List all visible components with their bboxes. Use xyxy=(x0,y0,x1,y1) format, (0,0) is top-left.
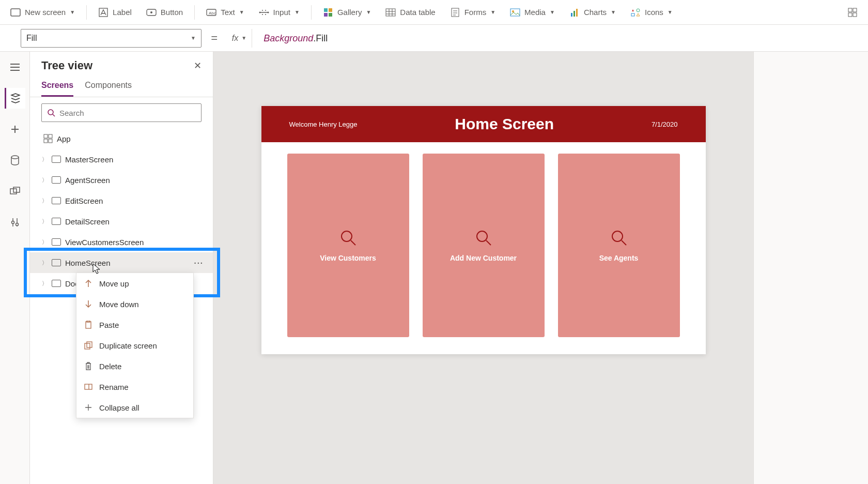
data-rail-button[interactable] xyxy=(5,150,25,171)
hamburger-button[interactable] xyxy=(5,57,25,78)
svg-point-3 xyxy=(150,11,152,13)
grid-icon xyxy=(847,7,858,18)
icons-button[interactable]: Icons ▼ xyxy=(624,4,679,21)
menu-rename[interactable]: Rename xyxy=(76,376,193,397)
svg-rect-18 xyxy=(576,9,578,17)
rename-icon xyxy=(84,382,93,391)
trash-icon xyxy=(84,361,93,371)
tree-item-editscreen[interactable]: 〉EditScreen xyxy=(30,190,213,211)
card-see-agents[interactable]: See Agents xyxy=(558,154,680,337)
tree-view-title: Tree view xyxy=(41,59,92,72)
grid-button[interactable] xyxy=(841,4,864,21)
datatable-button[interactable]: Data table xyxy=(379,4,441,21)
tree-item-agentscreen[interactable]: 〉AgentScreen xyxy=(30,170,213,190)
menu-collapse-all[interactable]: Collapse all xyxy=(76,397,193,418)
menu-label: Collapse all xyxy=(99,403,140,412)
svg-rect-31 xyxy=(44,134,48,138)
tree-item-label: DetailScreen xyxy=(65,217,110,226)
card-add-customer[interactable]: Add New Customer xyxy=(423,154,545,337)
charts-icon xyxy=(569,7,580,18)
menu-delete[interactable]: Delete xyxy=(76,356,193,376)
media-rail-button[interactable] xyxy=(5,181,25,202)
app-preview[interactable]: Welcome Henry Legge Home Screen 7/1/2020… xyxy=(261,106,706,354)
button-button[interactable]: Button xyxy=(140,4,189,21)
chevron-right-icon: 〉 xyxy=(41,238,48,246)
tree-item-app[interactable]: App xyxy=(30,128,213,149)
new-screen-button[interactable]: New screen ▼ xyxy=(4,4,81,21)
svg-point-36 xyxy=(477,231,487,241)
chevron-down-icon: ▼ xyxy=(668,9,673,15)
more-options-button[interactable]: ··· xyxy=(194,259,204,267)
svg-point-7 xyxy=(267,11,269,13)
tree-item-label: ViewCustomersScreen xyxy=(65,238,144,247)
equals-sign: = xyxy=(208,32,221,45)
text-button[interactable]: Abc Text ▼ xyxy=(200,4,250,21)
card-view-customers[interactable]: View Customers xyxy=(287,154,409,337)
menu-label: Paste xyxy=(99,321,119,329)
tree-item-label: AgentScreen xyxy=(65,176,110,185)
tree-item-masterscreen[interactable]: 〉MasterScreen xyxy=(30,149,213,170)
canvas: Welcome Henry Legge Home Screen 7/1/2020… xyxy=(213,52,753,484)
card-row: View Customers Add New Customer See Agen… xyxy=(261,142,706,349)
svg-point-25 xyxy=(11,156,19,159)
svg-rect-8 xyxy=(324,8,328,12)
tree-view-rail-button[interactable] xyxy=(5,88,25,109)
property-selector[interactable]: Fill ▼ xyxy=(21,29,202,48)
search-icon xyxy=(610,229,628,247)
label-button[interactable]: Label xyxy=(92,4,138,21)
media-button[interactable]: Media ▼ xyxy=(504,4,561,21)
toolbar-label: Label xyxy=(113,8,132,17)
menu-duplicate[interactable]: Duplicate screen xyxy=(76,335,193,356)
input-button[interactable]: Input ▼ xyxy=(253,4,306,21)
formula-property: .Fill xyxy=(313,33,328,43)
welcome-text: Welcome Henry Legge xyxy=(289,120,358,128)
toolbar-label: Input xyxy=(273,8,290,17)
right-edge-panel xyxy=(753,52,868,484)
tab-components[interactable]: Components xyxy=(85,77,132,97)
toolbar-label: Icons xyxy=(645,8,663,17)
close-icon[interactable]: ✕ xyxy=(194,60,202,71)
menu-move-down[interactable]: Move down xyxy=(76,294,193,314)
menu-label: Duplicate screen xyxy=(99,341,157,350)
menu-move-up[interactable]: Move up xyxy=(76,273,193,294)
tree-item-viewcustomersscreen[interactable]: 〉ViewCustomersScreen xyxy=(30,232,213,252)
menu-paste[interactable]: Paste xyxy=(76,314,193,335)
charts-button[interactable]: Charts ▼ xyxy=(563,4,622,21)
tree-item-homescreen[interactable]: 〉HomeScreen··· xyxy=(30,252,213,273)
label-icon xyxy=(98,7,109,18)
toolbar-label: Forms xyxy=(464,8,487,17)
svg-rect-40 xyxy=(85,343,90,349)
tab-screens[interactable]: Screens xyxy=(41,77,73,97)
gallery-button[interactable]: Gallery ▼ xyxy=(317,4,377,21)
svg-rect-16 xyxy=(571,13,572,17)
svg-rect-42 xyxy=(85,384,92,389)
chevron-down-icon: ▼ xyxy=(295,9,300,15)
tools-rail-button[interactable] xyxy=(5,212,25,233)
menu-label: Delete xyxy=(99,362,121,371)
chevron-down-icon: ▼ xyxy=(70,9,75,15)
insert-rail-button[interactable] xyxy=(5,119,25,140)
chevron-right-icon: 〉 xyxy=(41,259,48,267)
formula-input[interactable]: Background.Fill xyxy=(258,33,328,44)
search-field[interactable] xyxy=(59,109,196,117)
chevron-down-icon: ▼ xyxy=(490,9,495,15)
svg-rect-10 xyxy=(324,13,328,17)
chevron-down-icon: ▼ xyxy=(239,9,244,15)
svg-point-29 xyxy=(16,223,18,226)
svg-point-30 xyxy=(48,110,53,115)
search-input[interactable] xyxy=(41,103,202,122)
screen-icon xyxy=(52,197,61,204)
left-rail xyxy=(0,52,30,484)
toolbar-label: Data table xyxy=(400,8,435,17)
table-icon xyxy=(385,7,396,18)
svg-point-37 xyxy=(612,231,623,241)
menu-label: Rename xyxy=(99,383,129,391)
fx-label: fx xyxy=(232,34,238,43)
toolbar-label: Button xyxy=(161,8,183,17)
svg-rect-41 xyxy=(87,342,92,347)
fx-button[interactable]: fx ▼ xyxy=(227,29,252,48)
insert-toolbar: New screen ▼ Label Button Abc Text ▼ Inp… xyxy=(0,0,868,25)
chevron-right-icon: 〉 xyxy=(41,218,48,225)
tree-item-detailscreen[interactable]: 〉DetailScreen xyxy=(30,211,213,232)
forms-button[interactable]: Forms ▼ xyxy=(444,4,502,21)
